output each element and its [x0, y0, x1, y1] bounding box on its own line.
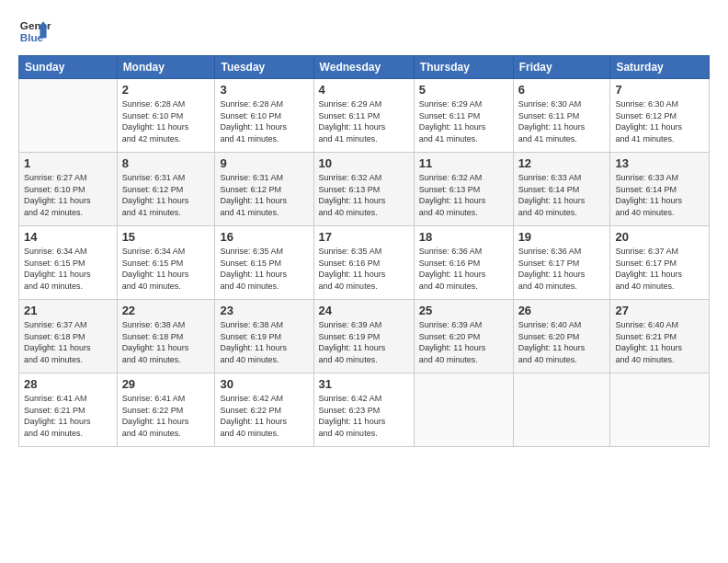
calendar-cell: 3Sunrise: 6:28 AM Sunset: 6:10 PM Daylig… — [215, 79, 313, 153]
header: General Blue — [18, 15, 710, 48]
page: General Blue Sunday Monday Tuesday Wedne… — [0, 0, 728, 563]
day-number: 6 — [518, 83, 606, 97]
day-number: 13 — [615, 156, 704, 170]
calendar-cell: 27Sunrise: 6:40 AM Sunset: 6:21 PM Dayli… — [610, 300, 710, 373]
day-number: 12 — [518, 156, 606, 170]
calendar-cell: 18Sunrise: 6:36 AM Sunset: 6:16 PM Dayli… — [414, 226, 513, 300]
day-number: 2 — [122, 83, 210, 97]
calendar-cell: 16Sunrise: 6:35 AM Sunset: 6:15 PM Dayli… — [215, 226, 313, 300]
day-info: Sunrise: 6:41 AM Sunset: 6:22 PM Dayligh… — [122, 393, 210, 439]
day-info: Sunrise: 6:34 AM Sunset: 6:15 PM Dayligh… — [24, 246, 112, 292]
calendar-week-row: 14Sunrise: 6:34 AM Sunset: 6:15 PM Dayli… — [19, 226, 710, 300]
day-info: Sunrise: 6:32 AM Sunset: 6:13 PM Dayligh… — [319, 172, 409, 218]
day-info: Sunrise: 6:27 AM Sunset: 6:10 PM Dayligh… — [24, 172, 112, 218]
calendar-cell: 26Sunrise: 6:40 AM Sunset: 6:20 PM Dayli… — [513, 300, 610, 373]
calendar-cell: 28Sunrise: 6:41 AM Sunset: 6:21 PM Dayli… — [19, 373, 118, 447]
col-tuesday: Tuesday — [215, 56, 313, 79]
day-number: 17 — [319, 230, 409, 244]
calendar-cell: 17Sunrise: 6:35 AM Sunset: 6:16 PM Dayli… — [313, 226, 414, 300]
day-number: 31 — [319, 377, 409, 391]
col-friday: Friday — [513, 56, 610, 79]
calendar-cell: 4Sunrise: 6:29 AM Sunset: 6:11 PM Daylig… — [313, 79, 414, 153]
day-number: 27 — [615, 304, 704, 317]
day-info: Sunrise: 6:35 AM Sunset: 6:15 PM Dayligh… — [220, 246, 308, 292]
calendar-week-row: 28Sunrise: 6:41 AM Sunset: 6:21 PM Dayli… — [19, 373, 710, 447]
day-number: 10 — [319, 156, 409, 170]
day-number: 23 — [220, 304, 308, 317]
day-number: 25 — [419, 304, 508, 317]
day-number: 7 — [615, 83, 704, 97]
calendar-cell: 21Sunrise: 6:37 AM Sunset: 6:18 PM Dayli… — [19, 300, 118, 373]
calendar-cell: 1Sunrise: 6:27 AM Sunset: 6:10 PM Daylig… — [19, 153, 118, 226]
day-number: 15 — [122, 230, 210, 244]
calendar-cell: 8Sunrise: 6:31 AM Sunset: 6:12 PM Daylig… — [117, 153, 215, 226]
calendar-cell: 10Sunrise: 6:32 AM Sunset: 6:13 PM Dayli… — [313, 153, 414, 226]
day-info: Sunrise: 6:40 AM Sunset: 6:21 PM Dayligh… — [615, 319, 704, 365]
day-info: Sunrise: 6:36 AM Sunset: 6:16 PM Dayligh… — [419, 246, 508, 292]
day-number: 26 — [518, 304, 606, 317]
day-info: Sunrise: 6:38 AM Sunset: 6:18 PM Dayligh… — [122, 319, 210, 365]
calendar-header-row: Sunday Monday Tuesday Wednesday Thursday… — [19, 56, 710, 79]
day-info: Sunrise: 6:29 AM Sunset: 6:11 PM Dayligh… — [419, 98, 508, 144]
day-number: 22 — [122, 304, 210, 317]
day-info: Sunrise: 6:37 AM Sunset: 6:18 PM Dayligh… — [24, 319, 112, 365]
calendar-cell: 20Sunrise: 6:37 AM Sunset: 6:17 PM Dayli… — [610, 226, 710, 300]
calendar-cell — [513, 373, 610, 447]
calendar-cell: 7Sunrise: 6:30 AM Sunset: 6:12 PM Daylig… — [610, 79, 710, 153]
day-info: Sunrise: 6:28 AM Sunset: 6:10 PM Dayligh… — [220, 98, 308, 144]
day-info: Sunrise: 6:30 AM Sunset: 6:11 PM Dayligh… — [518, 98, 606, 144]
calendar-cell: 5Sunrise: 6:29 AM Sunset: 6:11 PM Daylig… — [414, 79, 513, 153]
svg-text:General: General — [20, 19, 51, 31]
day-info: Sunrise: 6:41 AM Sunset: 6:21 PM Dayligh… — [24, 393, 112, 439]
calendar-cell: 23Sunrise: 6:38 AM Sunset: 6:19 PM Dayli… — [215, 300, 313, 373]
day-number: 29 — [122, 377, 210, 391]
calendar-cell: 13Sunrise: 6:33 AM Sunset: 6:14 PM Dayli… — [610, 153, 710, 226]
calendar-week-row: 2Sunrise: 6:28 AM Sunset: 6:10 PM Daylig… — [19, 79, 710, 153]
day-number: 5 — [419, 83, 508, 97]
day-number: 21 — [24, 304, 112, 317]
day-info: Sunrise: 6:29 AM Sunset: 6:11 PM Dayligh… — [319, 98, 409, 144]
calendar-cell: 19Sunrise: 6:36 AM Sunset: 6:17 PM Dayli… — [513, 226, 610, 300]
day-number: 1 — [24, 156, 112, 170]
day-info: Sunrise: 6:40 AM Sunset: 6:20 PM Dayligh… — [518, 319, 606, 365]
calendar-cell — [610, 373, 710, 447]
day-info: Sunrise: 6:37 AM Sunset: 6:17 PM Dayligh… — [615, 246, 704, 292]
day-number: 9 — [220, 156, 308, 170]
calendar-cell — [19, 79, 118, 153]
day-info: Sunrise: 6:42 AM Sunset: 6:23 PM Dayligh… — [319, 393, 409, 439]
day-number: 30 — [220, 377, 308, 391]
col-saturday: Saturday — [610, 56, 710, 79]
day-number: 4 — [319, 83, 409, 97]
col-thursday: Thursday — [414, 56, 513, 79]
calendar-table: Sunday Monday Tuesday Wednesday Thursday… — [18, 55, 710, 447]
day-info: Sunrise: 6:39 AM Sunset: 6:19 PM Dayligh… — [319, 319, 409, 365]
calendar-cell: 15Sunrise: 6:34 AM Sunset: 6:15 PM Dayli… — [117, 226, 215, 300]
calendar-cell: 2Sunrise: 6:28 AM Sunset: 6:10 PM Daylig… — [117, 79, 215, 153]
calendar-week-row: 1Sunrise: 6:27 AM Sunset: 6:10 PM Daylig… — [19, 153, 710, 226]
day-info: Sunrise: 6:31 AM Sunset: 6:12 PM Dayligh… — [220, 172, 308, 218]
day-info: Sunrise: 6:35 AM Sunset: 6:16 PM Dayligh… — [319, 246, 409, 292]
calendar-cell: 9Sunrise: 6:31 AM Sunset: 6:12 PM Daylig… — [215, 153, 313, 226]
day-number: 28 — [24, 377, 112, 391]
col-wednesday: Wednesday — [313, 56, 414, 79]
logo-icon: General Blue — [18, 15, 51, 48]
day-number: 20 — [615, 230, 704, 244]
day-number: 11 — [419, 156, 508, 170]
calendar-cell: 31Sunrise: 6:42 AM Sunset: 6:23 PM Dayli… — [313, 373, 414, 447]
day-info: Sunrise: 6:39 AM Sunset: 6:20 PM Dayligh… — [419, 319, 508, 365]
calendar-cell: 30Sunrise: 6:42 AM Sunset: 6:22 PM Dayli… — [215, 373, 313, 447]
day-number: 18 — [419, 230, 508, 244]
calendar-cell — [414, 373, 513, 447]
calendar-cell: 12Sunrise: 6:33 AM Sunset: 6:14 PM Dayli… — [513, 153, 610, 226]
day-number: 8 — [122, 156, 210, 170]
day-info: Sunrise: 6:31 AM Sunset: 6:12 PM Dayligh… — [122, 172, 210, 218]
calendar-cell: 6Sunrise: 6:30 AM Sunset: 6:11 PM Daylig… — [513, 79, 610, 153]
day-info: Sunrise: 6:33 AM Sunset: 6:14 PM Dayligh… — [518, 172, 606, 218]
calendar-cell: 14Sunrise: 6:34 AM Sunset: 6:15 PM Dayli… — [19, 226, 118, 300]
calendar-cell: 22Sunrise: 6:38 AM Sunset: 6:18 PM Dayli… — [117, 300, 215, 373]
col-monday: Monday — [117, 56, 215, 79]
calendar-cell: 25Sunrise: 6:39 AM Sunset: 6:20 PM Dayli… — [414, 300, 513, 373]
day-info: Sunrise: 6:28 AM Sunset: 6:10 PM Dayligh… — [122, 98, 210, 144]
day-info: Sunrise: 6:32 AM Sunset: 6:13 PM Dayligh… — [419, 172, 508, 218]
calendar-week-row: 21Sunrise: 6:37 AM Sunset: 6:18 PM Dayli… — [19, 300, 710, 373]
